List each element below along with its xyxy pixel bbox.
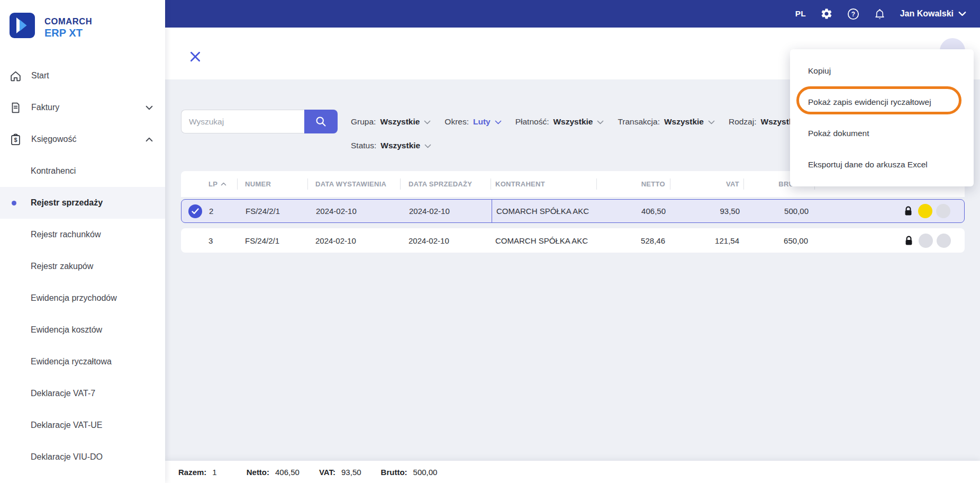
sidebar-item-rejestr-sprzedazy[interactable]: Rejestr sprzedaży bbox=[0, 187, 165, 219]
search-button[interactable] bbox=[304, 110, 338, 133]
user-name: Jan Kowalski bbox=[900, 9, 954, 19]
status-filter-row: Status: Wszystkie bbox=[351, 137, 431, 155]
sidebar-item-ewidencja-ryczaltowa[interactable]: Ewidencja ryczałtowa bbox=[0, 346, 165, 378]
summary-footer: Razem: 1 Netto: 406,50 VAT: 93,50 Brutto… bbox=[165, 461, 980, 483]
vat-value: 93,50 bbox=[341, 468, 361, 477]
netto-label: Netto: bbox=[247, 468, 269, 477]
header-numer[interactable]: NUMER bbox=[238, 171, 308, 197]
sidebar: COMARCH ERP XT Start Faktury $ Księgowoś… bbox=[0, 0, 165, 483]
filter-value: Wszystkie bbox=[664, 117, 704, 127]
chevron-down-icon bbox=[146, 105, 153, 110]
sidebar-item-label: Deklaracje VAT-UE bbox=[31, 421, 102, 430]
sidebar-item-ewidencja-kosztow[interactable]: Ewidencja kosztów bbox=[0, 314, 165, 346]
menu-item-pokaz-dokument[interactable]: Pokaż dokument bbox=[790, 118, 974, 149]
menu-item-kopiuj[interactable]: Kopiuj bbox=[790, 55, 974, 86]
table-row[interactable]: 2 FS/24/2/1 2024-02-10 2024-02-10 COMARC… bbox=[181, 199, 965, 223]
cell-data-sprzedazy: 2024-02-10 bbox=[401, 236, 491, 245]
header-lp[interactable]: LP bbox=[208, 171, 238, 197]
cell-netto: 528,46 bbox=[597, 236, 670, 245]
header-select bbox=[181, 171, 208, 197]
cell-status bbox=[899, 234, 965, 248]
sidebar-item-label: Ewidencja przychodów bbox=[31, 293, 117, 303]
sidebar-item-kontrahenci[interactable]: Kontrahenci bbox=[0, 155, 165, 187]
settings-icon[interactable] bbox=[820, 7, 833, 20]
filter-status[interactable]: Status: Wszystkie bbox=[351, 141, 431, 150]
lock-icon bbox=[904, 206, 913, 216]
comarch-logo-icon[interactable] bbox=[10, 13, 35, 38]
status-dot-gray bbox=[919, 234, 933, 248]
svg-text:?: ? bbox=[851, 10, 855, 17]
cell-data-sprzedazy: 2024-02-10 bbox=[401, 207, 492, 216]
notifications-bell-icon[interactable] bbox=[874, 8, 886, 20]
status-dot-yellow bbox=[918, 204, 932, 218]
sidebar-item-label: Ewidencja ryczałtowa bbox=[31, 357, 112, 366]
language-button[interactable]: PL bbox=[795, 9, 806, 19]
filter-label: Grupa: bbox=[351, 117, 376, 127]
menu-item-eksportuj-excel[interactable]: Eksportuj dane do arkusza Excel bbox=[790, 149, 974, 180]
filter-label: Status: bbox=[351, 141, 376, 150]
cell-data-wystawienia: 2024-02-10 bbox=[308, 236, 401, 245]
razem-label: Razem: bbox=[178, 468, 206, 477]
table-row[interactable]: 3 FS/24/2/1 2024-02-10 2024-02-10 COMARC… bbox=[181, 228, 965, 253]
filter-row: Grupa: Wszystkie Okres: Luty Płatność: W… bbox=[351, 110, 800, 133]
filter-label: Płatność: bbox=[515, 117, 549, 127]
help-icon[interactable]: ? bbox=[847, 8, 859, 20]
cell-vat: 93,50 bbox=[671, 207, 745, 216]
brand-line2: ERP XT bbox=[44, 27, 92, 39]
brand-line1: COMARCH bbox=[44, 16, 92, 26]
sidebar-item-deklaracje-vat7[interactable]: Deklaracje VAT-7 bbox=[0, 378, 165, 409]
chevron-down-icon bbox=[424, 120, 431, 124]
vat-label: VAT: bbox=[319, 468, 335, 477]
header-vat[interactable]: VAT bbox=[670, 171, 744, 197]
filter-label: Okres: bbox=[444, 117, 469, 127]
filter-okres[interactable]: Okres: Luty bbox=[444, 117, 501, 127]
sidebar-item-start[interactable]: Start bbox=[0, 60, 165, 92]
filter-grupa[interactable]: Grupa: Wszystkie bbox=[351, 117, 431, 127]
sidebar-item-label: Rejestr zakupów bbox=[31, 262, 93, 271]
header-data-wystawienia[interactable]: DATA WYSTAWIENIA bbox=[308, 171, 401, 197]
filter-label: Transakcja: bbox=[618, 117, 660, 127]
sidebar-item-label: Księgowość bbox=[31, 135, 76, 144]
row-checkbox-checked[interactable] bbox=[188, 204, 202, 218]
cell-brutto: 650,00 bbox=[744, 236, 815, 245]
sidebar-item-label: Rejestr rachunków bbox=[31, 230, 101, 239]
filter-value: Wszystkie bbox=[380, 117, 420, 127]
header-data-sprzedazy[interactable]: DATA SPRZEDAŻY bbox=[401, 171, 491, 197]
cell-brutto: 500,00 bbox=[745, 207, 815, 216]
chevron-down-icon bbox=[495, 120, 502, 124]
brutto-label: Brutto: bbox=[381, 468, 407, 477]
sidebar-item-deklaracje-viudo[interactable]: Deklaracje VIU-DO bbox=[0, 441, 165, 473]
filter-value: Wszystkie bbox=[553, 117, 593, 127]
cell-data-wystawienia: 2024-02-10 bbox=[308, 207, 401, 216]
search-input[interactable] bbox=[181, 110, 304, 133]
brand-text: COMARCH ERP XT bbox=[44, 16, 92, 39]
sidebar-item-label: Ewidencja kosztów bbox=[31, 325, 102, 335]
home-icon bbox=[8, 69, 22, 83]
filter-value: Wszystkie bbox=[380, 141, 420, 150]
sidebar-item-faktury[interactable]: Faktury bbox=[0, 92, 165, 123]
filter-transakcja[interactable]: Transakcja: Wszystkie bbox=[618, 117, 715, 127]
user-menu[interactable]: Jan Kowalski bbox=[900, 9, 966, 19]
chevron-down-icon bbox=[424, 144, 431, 148]
netto-value: 406,50 bbox=[275, 468, 300, 477]
close-icon[interactable] bbox=[189, 50, 203, 64]
cell-lp: 2 bbox=[209, 207, 238, 216]
sidebar-item-ksiegowosc[interactable]: $ Księgowość bbox=[0, 123, 165, 155]
chevron-down-icon bbox=[597, 120, 604, 124]
sidebar-item-rejestr-zakupow[interactable]: Rejestr zakupów bbox=[0, 251, 165, 282]
topbar: PL ? Jan Kowalski bbox=[165, 0, 980, 28]
context-menu: Kopiuj Pokaż zapis ewidencji ryczałtowej… bbox=[790, 49, 974, 186]
sidebar-item-ewidencja-przychodow[interactable]: Ewidencja przychodów bbox=[0, 282, 165, 314]
header-kontrahent[interactable]: KONTRAHENT bbox=[491, 171, 597, 197]
chevron-up-icon bbox=[146, 137, 153, 142]
sidebar-item-rejestr-rachunkow[interactable]: Rejestr rachunków bbox=[0, 219, 165, 251]
sidebar-item-deklaracje-vatue[interactable]: Deklaracje VAT-UE bbox=[0, 409, 165, 441]
active-dot bbox=[12, 201, 16, 205]
header-label: LP bbox=[208, 180, 217, 188]
cell-netto: 406,50 bbox=[597, 207, 671, 216]
cell-kontrahent: COMARCH SPÓŁKA AKC bbox=[492, 200, 597, 222]
menu-item-pokaz-zapis-ewidencji[interactable]: Pokaż zapis ewidencji ryczałtowej bbox=[790, 86, 974, 118]
header-netto[interactable]: NETTO bbox=[597, 171, 670, 197]
cell-kontrahent: COMARCH SPÓŁKA AKC bbox=[491, 228, 597, 253]
filter-platnosc[interactable]: Płatność: Wszystkie bbox=[515, 117, 604, 127]
